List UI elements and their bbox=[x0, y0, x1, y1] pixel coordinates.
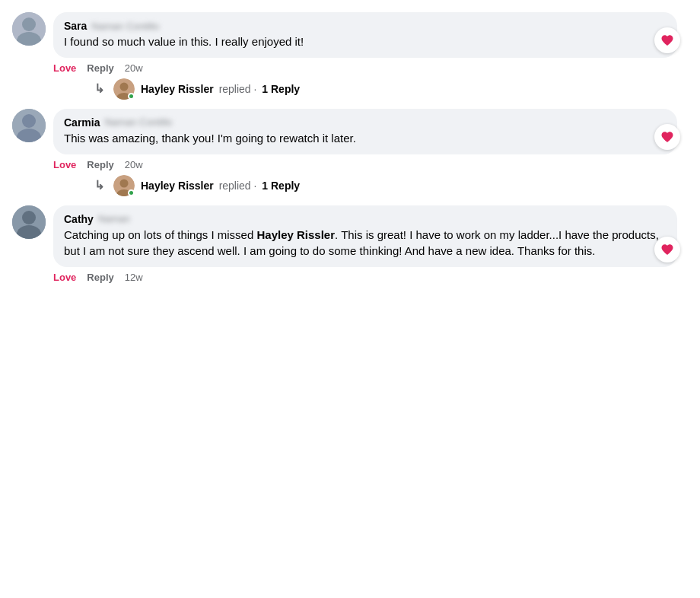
love-button[interactable] bbox=[654, 27, 680, 53]
reply-arrow-icon: ↳ bbox=[94, 178, 104, 192]
comment-actions: Love Reply 20w bbox=[53, 62, 688, 74]
comment-actions: Love Reply 12w bbox=[53, 272, 688, 283]
reply-row: ↳ Hayley Rissler replied · 1 Reply bbox=[53, 175, 688, 196]
commenter-name: Sara bbox=[64, 20, 87, 32]
commenter-handle: Naman bbox=[98, 213, 130, 224]
reply-row: ↳ Hayley Rissler replied · 1 Reply bbox=[53, 78, 688, 100]
reply-count: 1 Reply bbox=[262, 180, 300, 192]
action-time: 20w bbox=[125, 62, 143, 74]
avatar bbox=[12, 109, 46, 142]
comment-thread: Sara Naman Contillo I found so much valu… bbox=[12, 12, 688, 283]
svg-point-1 bbox=[22, 17, 36, 31]
reply-author: Hayley Rissler bbox=[141, 83, 214, 95]
comment-bubble: Sara Naman Contillo I found so much valu… bbox=[53, 12, 677, 58]
reply-avatar bbox=[113, 175, 135, 196]
commenter-name: Cathy bbox=[64, 213, 94, 225]
avatar bbox=[12, 205, 46, 239]
love-button[interactable] bbox=[654, 124, 680, 150]
comment-text: I found so much value in this. I really … bbox=[64, 33, 667, 50]
hayley-reply-text[interactable]: Hayley Rissler replied · 1 Reply bbox=[141, 83, 300, 95]
reply-arrow-icon: ↳ bbox=[94, 81, 104, 96]
reply-action[interactable]: Reply bbox=[87, 272, 113, 283]
commenter-name: Carmia bbox=[64, 116, 100, 129]
comment-header: Carmia Naman Contillo bbox=[64, 116, 667, 129]
svg-point-10 bbox=[120, 179, 129, 187]
svg-point-13 bbox=[22, 211, 36, 224]
love-button[interactable] bbox=[654, 237, 680, 262]
svg-point-4 bbox=[120, 82, 129, 91]
comment-header: Sara Naman Contillo bbox=[64, 20, 667, 32]
comment-item: Sara Naman Contillo I found so much valu… bbox=[12, 12, 688, 100]
reply-author: Hayley Rissler bbox=[141, 180, 214, 192]
reply-action[interactable]: Reply bbox=[87, 62, 113, 74]
action-time: 12w bbox=[125, 272, 143, 283]
love-action[interactable]: Love bbox=[53, 62, 76, 74]
reply-avatar bbox=[113, 78, 135, 100]
comment-text: Catching up on lots of things I missed H… bbox=[64, 227, 667, 260]
comment-text: This was amazing, thank you! I'm going t… bbox=[64, 130, 667, 147]
svg-point-7 bbox=[22, 114, 36, 128]
reply-action[interactable]: Reply bbox=[87, 159, 113, 170]
online-indicator bbox=[128, 93, 135, 100]
hayley-reply-text[interactable]: Hayley Rissler replied · 1 Reply bbox=[141, 180, 300, 192]
comment-bubble: Carmia Naman Contillo This was amazing, … bbox=[53, 109, 677, 154]
comment-item: Carmia Naman Contillo This was amazing, … bbox=[12, 109, 688, 196]
reply-count: 1 Reply bbox=[262, 83, 300, 95]
comment-text-before-mention: Catching up on lots of things I missed bbox=[64, 228, 256, 241]
action-time: 20w bbox=[125, 159, 143, 170]
love-action[interactable]: Love bbox=[53, 272, 76, 283]
commenter-handle: Naman Contillo bbox=[104, 116, 172, 128]
comment-item: Cathy Naman Catching up on lots of thing… bbox=[12, 205, 688, 284]
mention: Hayley Rissler bbox=[256, 228, 335, 241]
love-action[interactable]: Love bbox=[53, 159, 76, 170]
online-indicator bbox=[128, 189, 135, 196]
comment-bubble: Cathy Naman Catching up on lots of thing… bbox=[53, 205, 677, 268]
comment-header: Cathy Naman bbox=[64, 213, 667, 225]
comment-actions: Love Reply 20w bbox=[53, 159, 688, 170]
avatar bbox=[12, 12, 46, 46]
commenter-handle: Naman Contillo bbox=[91, 21, 159, 32]
